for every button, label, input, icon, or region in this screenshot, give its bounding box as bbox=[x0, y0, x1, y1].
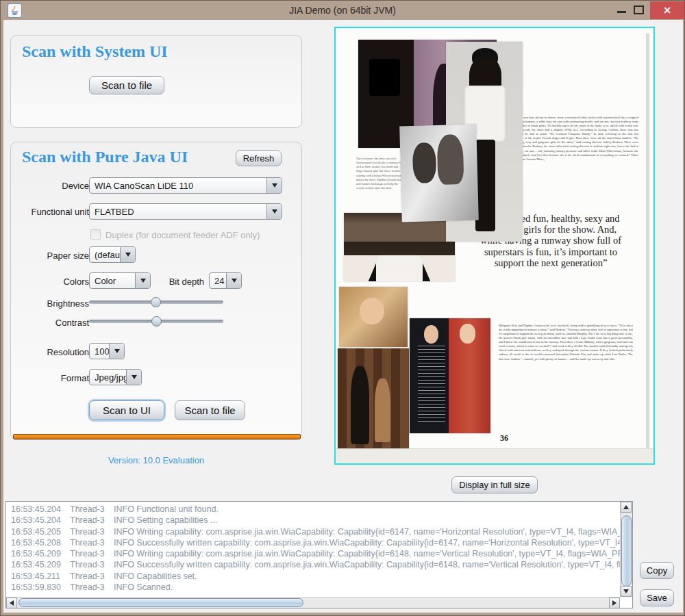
page-bottom-band bbox=[336, 448, 653, 463]
vertical-scrollbar[interactable] bbox=[620, 502, 632, 597]
log-line: 16:53:45.211Thread-3INFO Capabilities se… bbox=[6, 571, 632, 582]
face-shape bbox=[360, 298, 384, 324]
colors-label: Colors bbox=[18, 277, 89, 287]
scan-caption: Top to bottom: the show was also livestr… bbox=[356, 157, 404, 220]
scan-photo-couple-bw bbox=[399, 125, 479, 222]
duplex-checkbox[interactable] bbox=[90, 229, 101, 240]
colors-value: Color bbox=[90, 276, 135, 286]
title-bar: JIA Demo (on 64bit JVM) ✕ bbox=[1, 1, 684, 20]
bit-depth-value: 24 bbox=[210, 276, 226, 286]
scan-body-text-2: Malgosia Bela and Daphne Groeneveld, wer… bbox=[499, 324, 633, 426]
log-line: 16:53:45.208Thread-3INFO Successfully wr… bbox=[6, 537, 632, 548]
maximize-icon[interactable] bbox=[634, 5, 644, 14]
log-textarea[interactable]: 16:53:45.204Thread-3INFO Functional unit… bbox=[5, 501, 633, 608]
resolution-value: 100 bbox=[90, 346, 109, 357]
functional-unit-combobox[interactable]: FLATBED bbox=[89, 203, 282, 220]
log-line: 16:53:59.830Thread-3INFO Scanned. bbox=[6, 582, 632, 593]
brightness-slider-thumb[interactable] bbox=[151, 297, 161, 307]
format-value: Jpeg/jpg bbox=[90, 372, 126, 383]
runway-shape bbox=[369, 255, 431, 281]
resolution-label: Resolution bbox=[18, 347, 89, 357]
device-combobox[interactable]: WIA CanoScan LiDE 110 bbox=[89, 177, 282, 194]
window-title: JIA Demo (on 64bit JVM) bbox=[1, 1, 684, 20]
brightness-slider[interactable] bbox=[89, 297, 223, 307]
scan-photo-two-models bbox=[410, 318, 490, 433]
close-icon[interactable]: ✕ bbox=[650, 1, 684, 19]
chevron-down-icon[interactable] bbox=[126, 370, 141, 385]
horizontal-scrollbar-thumb[interactable] bbox=[18, 598, 303, 607]
log-line: 16:53:45.205Thread-3INFO Writing capabil… bbox=[6, 526, 632, 537]
scan-photo-audience-room bbox=[344, 213, 455, 281]
bit-depth-label: Bit depth bbox=[159, 277, 204, 287]
resolution-combobox[interactable]: 100 bbox=[89, 343, 125, 359]
figure-shape bbox=[375, 378, 390, 442]
chevron-down-icon[interactable] bbox=[266, 204, 282, 219]
minimize-icon[interactable] bbox=[617, 11, 626, 13]
contrast-slider-thumb[interactable] bbox=[151, 316, 162, 326]
contrast-label: Contrast bbox=[18, 318, 89, 328]
device-label: Device bbox=[18, 181, 89, 191]
paper-size-combobox[interactable]: (default) bbox=[89, 246, 136, 263]
java-ui-panel: Scan with Pure Java UI Refresh Device WI… bbox=[10, 142, 302, 440]
log-line: 16:53:45.209Thread-3INFO Successfully wr… bbox=[6, 559, 632, 570]
refresh-button[interactable]: Refresh bbox=[236, 150, 282, 166]
brightness-label: Brightness bbox=[18, 298, 89, 309]
figure-shape bbox=[351, 366, 369, 444]
face-shape bbox=[424, 325, 438, 344]
horizontal-scrollbar[interactable] bbox=[6, 597, 620, 608]
log-line: 16:53:45.209Thread-3INFO Writing capabil… bbox=[6, 548, 632, 559]
scroll-right-icon[interactable] bbox=[609, 598, 620, 608]
log-line: 16:53:45.204Thread-3INFO Setting capabil… bbox=[6, 515, 632, 526]
colors-combobox[interactable]: Color bbox=[89, 272, 151, 289]
paper-size-value: (default) bbox=[90, 250, 120, 260]
page-edge bbox=[646, 34, 649, 451]
version-text: Version: 10.0 Evaluation bbox=[10, 455, 302, 465]
duplex-label: Duplex (for document feeder ADF only) bbox=[105, 230, 297, 240]
log-lines: 16:53:45.204Thread-3INFO Functional unit… bbox=[6, 502, 632, 593]
head-shape bbox=[412, 142, 436, 183]
chevron-down-icon[interactable] bbox=[135, 273, 150, 288]
scan-photo-blonde-model bbox=[339, 287, 408, 347]
camera-silhouette bbox=[369, 59, 399, 96]
format-label: Format bbox=[18, 373, 89, 383]
java-ui-heading: Scan with Pure Java UI bbox=[22, 148, 188, 166]
scan-to-ui-button[interactable]: Scan to UI bbox=[89, 400, 164, 420]
device-value: WIA CanoScan LiDE 110 bbox=[90, 181, 266, 191]
window-frame: JIA Demo (on 64bit JVM) ✕ Scan with Syst… bbox=[0, 0, 685, 616]
scan-preview: Top to bottom: the show was also livestr… bbox=[334, 27, 655, 465]
chevron-down-icon[interactable] bbox=[226, 273, 241, 288]
progress-bar bbox=[13, 434, 301, 439]
vertical-scrollbar-thumb[interactable] bbox=[621, 515, 632, 587]
scan-photo-library-models bbox=[338, 348, 409, 448]
scroll-down-icon[interactable] bbox=[621, 586, 632, 597]
system-ui-panel: Scan with System UI Scan to file bbox=[10, 35, 302, 128]
scan-to-file-button[interactable]: Scan to file bbox=[175, 400, 245, 420]
scan-page-number: 36 bbox=[500, 433, 508, 444]
face-shape bbox=[460, 324, 475, 344]
copy-button[interactable]: Copy bbox=[640, 562, 674, 579]
head-shape bbox=[436, 134, 464, 185]
paper-size-label: Paper size bbox=[18, 251, 89, 261]
chevron-down-icon[interactable] bbox=[266, 178, 282, 193]
system-scan-to-file-button[interactable]: Scan to file bbox=[89, 76, 164, 94]
chevron-down-icon[interactable] bbox=[109, 344, 124, 359]
contrast-slider[interactable] bbox=[89, 316, 223, 326]
format-combobox[interactable]: Jpeg/jpg bbox=[89, 369, 142, 385]
functional-unit-value: FLATBED bbox=[90, 207, 266, 217]
display-full-size-button[interactable]: Display in full size bbox=[451, 476, 538, 493]
save-button[interactable]: Save bbox=[640, 589, 674, 606]
log-line: 16:53:45.204Thread-3INFO Functional unit… bbox=[6, 504, 632, 515]
scroll-left-icon[interactable] bbox=[6, 598, 17, 608]
chevron-down-icon[interactable] bbox=[120, 247, 135, 262]
bit-depth-combobox[interactable]: 24 bbox=[209, 272, 242, 289]
scroll-up-icon[interactable] bbox=[621, 502, 632, 513]
system-ui-heading: Scan with System UI bbox=[22, 42, 168, 61]
knit-pattern bbox=[418, 346, 445, 422]
functional-unit-label: Functional unit bbox=[18, 207, 89, 217]
